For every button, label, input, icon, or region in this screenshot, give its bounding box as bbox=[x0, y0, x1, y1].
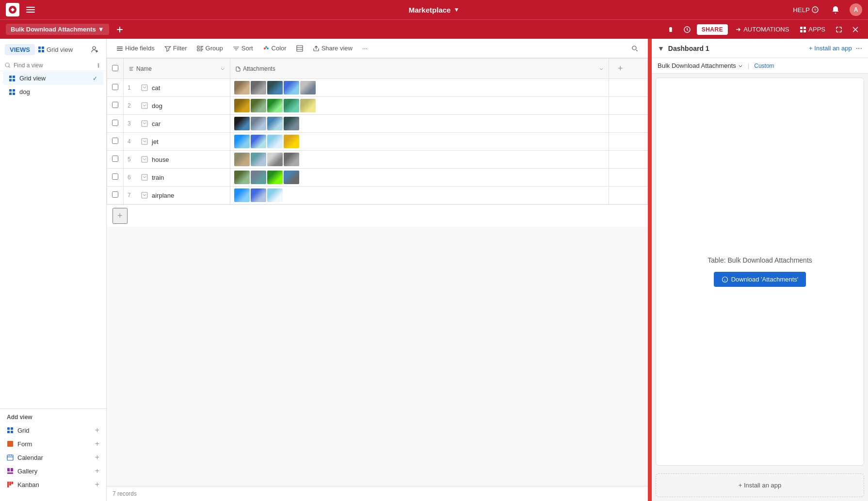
collapse-button[interactable]: ▼ bbox=[658, 45, 664, 52]
add-view-kanban[interactable]: Kanban + bbox=[5, 478, 101, 491]
attachment-thumbnail[interactable] bbox=[251, 81, 266, 94]
attachment-thumbnail[interactable] bbox=[267, 188, 283, 202]
attachment-thumbnail[interactable] bbox=[267, 135, 283, 148]
sidebar-item-grid-view[interactable]: Grid view ✓ bbox=[3, 72, 103, 85]
resize-handle[interactable] bbox=[648, 39, 650, 501]
add-view-form[interactable]: Form + bbox=[5, 437, 101, 451]
table-selector-button[interactable]: Bulk Download Attachments bbox=[658, 62, 743, 69]
title-dropdown-icon[interactable]: ▼ bbox=[453, 6, 459, 13]
add-column-header[interactable]: + bbox=[609, 59, 648, 79]
attachment-thumbnail[interactable] bbox=[267, 117, 283, 130]
menu-button[interactable] bbox=[23, 3, 38, 16]
svg-text:?: ? bbox=[814, 8, 816, 13]
expand-button[interactable] bbox=[832, 24, 846, 35]
attachment-thumbnail[interactable] bbox=[234, 135, 250, 148]
attachment-thumbnail[interactable] bbox=[267, 171, 283, 184]
add-table-button[interactable] bbox=[113, 24, 127, 35]
share-view-button[interactable]: Share view bbox=[309, 43, 356, 54]
expand-row-icon[interactable] bbox=[141, 138, 148, 145]
attachment-thumbnail[interactable] bbox=[267, 99, 283, 112]
expand-row-icon[interactable] bbox=[141, 156, 148, 163]
attachment-thumbnail[interactable] bbox=[284, 99, 299, 112]
automations-button[interactable]: AUTOMATIONS bbox=[731, 24, 793, 35]
history-button[interactable] bbox=[680, 24, 694, 35]
attachment-thumbnail[interactable] bbox=[234, 153, 250, 166]
row-checkbox[interactable] bbox=[112, 138, 118, 144]
expand-row-icon[interactable] bbox=[141, 102, 148, 109]
delete-button[interactable] bbox=[664, 24, 677, 35]
right-panel-more-button[interactable]: ··· bbox=[856, 44, 862, 53]
attachment-thumbnail[interactable] bbox=[284, 117, 299, 130]
share-button[interactable]: SHARE bbox=[697, 24, 728, 35]
row-height-button[interactable] bbox=[292, 43, 307, 54]
attachment-thumbnail[interactable] bbox=[251, 135, 266, 148]
thumb-group[interactable] bbox=[234, 135, 605, 148]
table-name-button[interactable]: Bulk Download Attachments ▼ bbox=[6, 24, 109, 35]
attachment-thumbnail[interactable] bbox=[234, 188, 250, 202]
add-view-gallery[interactable]: Gallery + bbox=[5, 464, 101, 478]
install-app-top-button[interactable]: + Install an app bbox=[809, 45, 852, 52]
hide-fields-button[interactable]: Hide fields bbox=[113, 43, 159, 54]
avatar[interactable]: A bbox=[850, 3, 862, 16]
attachment-thumbnail[interactable] bbox=[234, 171, 250, 184]
thumb-group[interactable] bbox=[234, 171, 605, 184]
attachment-thumbnail[interactable] bbox=[251, 171, 266, 184]
row-checkbox[interactable] bbox=[112, 156, 118, 162]
attachment-thumbnail[interactable] bbox=[251, 153, 266, 166]
attachment-thumbnail[interactable] bbox=[251, 99, 266, 112]
custom-button[interactable]: Custom bbox=[754, 63, 774, 69]
notification-button[interactable] bbox=[828, 3, 843, 16]
attachments-column-header: Attachments bbox=[230, 59, 609, 79]
thumb-group[interactable] bbox=[234, 99, 605, 112]
attachment-thumbnail[interactable] bbox=[234, 117, 250, 130]
expand-row-icon[interactable] bbox=[141, 120, 148, 127]
filter-button[interactable]: Filter bbox=[161, 43, 191, 54]
download-attachments-button[interactable]: i Download 'Attachments' bbox=[714, 272, 806, 287]
install-app-bottom-button[interactable]: + Install an app bbox=[656, 473, 864, 497]
expand-row-icon[interactable] bbox=[141, 174, 148, 181]
add-view-calendar[interactable]: Calendar + bbox=[5, 451, 101, 464]
help-button[interactable]: HELP ? bbox=[790, 4, 821, 16]
expand-row-icon[interactable] bbox=[141, 192, 148, 199]
add-view-grid[interactable]: Grid + bbox=[5, 423, 101, 437]
row-checkbox[interactable] bbox=[112, 102, 118, 108]
attachment-thumbnail[interactable] bbox=[284, 171, 299, 184]
attachment-thumbnail[interactable] bbox=[284, 153, 299, 166]
add-row-button[interactable]: + bbox=[113, 208, 128, 224]
attachment-thumbnail[interactable] bbox=[234, 99, 250, 112]
color-button[interactable]: Color bbox=[259, 43, 290, 54]
row-checkbox[interactable] bbox=[112, 173, 118, 180]
attachment-thumbnail[interactable] bbox=[267, 81, 283, 94]
more-toolbar-button[interactable]: ··· bbox=[358, 43, 371, 54]
attachment-thumbnail[interactable] bbox=[267, 153, 283, 166]
group-button[interactable]: Group bbox=[193, 43, 227, 54]
thumb-group[interactable] bbox=[234, 153, 605, 166]
attachment-thumbnail[interactable] bbox=[251, 117, 266, 130]
thumb-group[interactable] bbox=[234, 117, 605, 130]
thumb-group[interactable] bbox=[234, 81, 605, 94]
attachment-thumbnail[interactable] bbox=[284, 135, 299, 148]
grid-content: Hide fields Filter Group Sort Color bbox=[107, 39, 648, 501]
row-checkbox[interactable] bbox=[112, 120, 118, 126]
attachment-thumbnail[interactable] bbox=[284, 81, 299, 94]
expand-row-icon[interactable] bbox=[141, 84, 148, 91]
apps-button[interactable]: APPS bbox=[796, 24, 829, 35]
sidebar-item-dog[interactable]: dog bbox=[3, 85, 103, 98]
sort-button[interactable]: Sort bbox=[229, 43, 257, 54]
row-checkbox[interactable] bbox=[112, 191, 118, 198]
find-view-input[interactable] bbox=[14, 62, 93, 69]
add-view-person-button[interactable] bbox=[88, 44, 101, 55]
attachment-thumbnail[interactable] bbox=[300, 99, 316, 112]
grid-view-tab-button[interactable]: Grid view bbox=[38, 46, 73, 53]
views-button[interactable]: VIEWS bbox=[5, 44, 35, 55]
close-panel-button[interactable] bbox=[849, 24, 862, 35]
thumb-group[interactable] bbox=[234, 188, 605, 202]
attachment-thumbnail[interactable] bbox=[300, 81, 316, 94]
search-button[interactable] bbox=[627, 43, 642, 54]
row-checkbox[interactable] bbox=[112, 84, 118, 90]
attachment-thumbnail[interactable] bbox=[251, 188, 266, 202]
add-field-button[interactable]: + bbox=[614, 63, 627, 75]
logo-icon[interactable] bbox=[6, 3, 19, 16]
select-all-checkbox[interactable] bbox=[112, 65, 118, 71]
attachment-thumbnail[interactable] bbox=[234, 81, 250, 94]
